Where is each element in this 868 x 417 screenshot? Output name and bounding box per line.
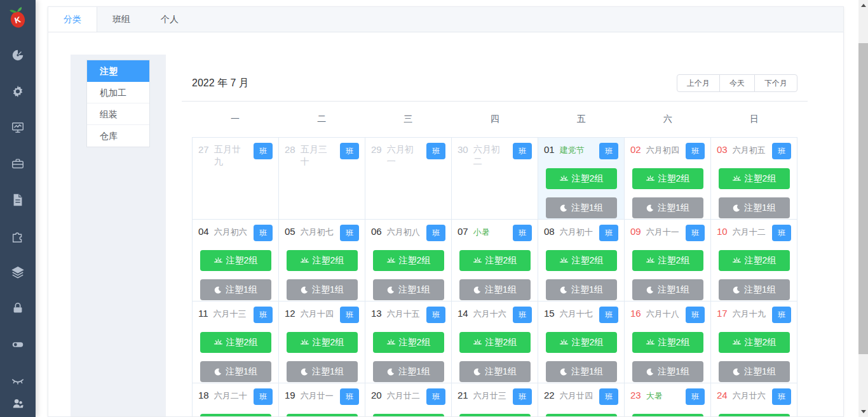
app-logo[interactable]: K <box>6 4 29 33</box>
view-tab[interactable]: 个人 <box>146 7 194 32</box>
night-shift-button[interactable]: 注塑1组 <box>459 279 531 300</box>
calendar-cell[interactable]: 01 建党节 班 <box>538 138 625 220</box>
day-shift-button[interactable]: 注塑2组 <box>287 414 358 417</box>
day-shift-button[interactable]: 注塑2组 <box>287 250 358 271</box>
day-shift-button[interactable]: 注塑2组 <box>719 414 790 417</box>
day-shift-button[interactable]: 注塑2组 <box>200 250 271 271</box>
calendar-cell[interactable]: 08 六月初十 班 <box>538 220 625 301</box>
day-shift-button[interactable]: 注塑2组 <box>719 332 790 353</box>
day-shift-button[interactable]: 注塑2组 <box>546 414 617 417</box>
calendar-cell[interactable]: 12 六月十四 班 <box>279 301 365 383</box>
day-shift-label: 注塑2组 <box>572 173 604 185</box>
layers-icon[interactable] <box>11 265 25 279</box>
night-shift-button[interactable]: 注塑1组 <box>287 361 358 382</box>
calendar-cell[interactable]: 03 六月初五 班 <box>711 138 797 220</box>
night-shift-button[interactable]: 注塑1组 <box>632 279 703 300</box>
calendar-cell[interactable]: 23 大暑 班 <box>625 383 711 417</box>
day-shift-button[interactable]: 注塑2组 <box>546 332 617 353</box>
lock-icon[interactable] <box>11 301 25 315</box>
monitor-chart-icon[interactable] <box>11 121 25 135</box>
day-shift-button[interactable]: 注塑2组 <box>373 332 444 353</box>
night-shift-button[interactable]: 注塑1组 <box>546 197 617 218</box>
calendar-cell[interactable]: 07 小暑 班 <box>452 220 538 301</box>
calendar-cell[interactable]: 21 六月廿三 班 <box>452 383 538 417</box>
day-shift-button[interactable]: 注塑2组 <box>459 250 531 271</box>
day-shift-button[interactable]: 注塑2组 <box>200 332 271 353</box>
puzzle-icon[interactable] <box>11 229 25 243</box>
view-tab[interactable]: 班组 <box>97 7 146 32</box>
calendar-cell[interactable]: 14 六月十六 班 <box>452 301 538 383</box>
moon-icon <box>386 286 395 295</box>
night-shift-button[interactable]: 注塑1组 <box>200 361 271 382</box>
calendar-cell[interactable]: 18 六月二十 班 <box>193 383 279 417</box>
users-icon[interactable] <box>11 397 25 411</box>
day-shift-button[interactable]: 注塑2组 <box>632 168 703 189</box>
calendar-cell[interactable]: 19 六月廿一 班 <box>279 383 365 417</box>
prev-month-button[interactable]: 上个月 <box>677 74 720 92</box>
day-shift-button[interactable]: 注塑2组 <box>719 250 790 271</box>
calendar-cell[interactable]: 04 六月初六 班 <box>193 220 279 301</box>
date-number: 18 <box>198 388 209 402</box>
night-shift-button[interactable]: 注塑1组 <box>287 279 358 300</box>
night-shift-button[interactable]: 注塑1组 <box>719 279 790 300</box>
calendar-cell[interactable]: 05 六月初七 班 <box>279 220 365 301</box>
scroll-down-button[interactable] <box>858 406 868 417</box>
toggle-icon[interactable] <box>11 338 25 352</box>
day-shift-button[interactable]: 注塑2组 <box>287 332 358 353</box>
day-shift-button[interactable]: 注塑2组 <box>200 414 271 417</box>
day-shift-button[interactable]: 注塑2组 <box>719 168 790 189</box>
calendar-cell[interactable]: 28 五月三十 班 <box>279 138 365 220</box>
day-shift-button[interactable]: 注塑2组 <box>373 414 444 417</box>
night-shift-button[interactable]: 注塑1组 <box>546 361 617 382</box>
next-month-button[interactable]: 下个月 <box>754 74 797 92</box>
day-shift-button[interactable]: 注塑2组 <box>373 250 444 271</box>
day-shift-button[interactable]: 注塑2组 <box>632 332 703 353</box>
category-item[interactable]: 机加工 <box>87 82 149 103</box>
calendar-cell[interactable]: 17 六月十九 班 <box>711 301 797 383</box>
eye-off-icon[interactable] <box>11 374 25 388</box>
day-shift-button[interactable]: 注塑2组 <box>632 250 703 271</box>
day-shift-button[interactable]: 注塑2组 <box>546 250 617 271</box>
night-shift-button[interactable]: 注塑1组 <box>719 361 790 382</box>
night-shift-button[interactable]: 注塑1组 <box>373 361 444 382</box>
night-shift-button[interactable]: 注塑1组 <box>546 279 617 300</box>
calendar-cell[interactable]: 10 六月十二 班 <box>711 220 797 301</box>
night-shift-button[interactable]: 注塑1组 <box>632 361 703 382</box>
calendar-cell[interactable]: 16 六月十八 班 <box>625 301 711 383</box>
calendar-cell[interactable]: 06 六月初八 班 <box>365 220 452 301</box>
settings-gear-icon[interactable] <box>11 84 25 98</box>
calendar-cell[interactable]: 09 六月十一 班 <box>625 220 711 301</box>
night-shift-button[interactable]: 注塑1组 <box>719 197 790 218</box>
calendar-cell[interactable]: 27 五月廿九 班 <box>193 138 279 220</box>
day-shift-button[interactable]: 注塑2组 <box>632 414 703 417</box>
vertical-scrollbar[interactable] <box>858 0 868 417</box>
dashboard-icon[interactable] <box>11 48 25 62</box>
calendar-cell[interactable]: 15 六月十七 班 <box>538 301 625 383</box>
day-shift-button[interactable]: 注塑2组 <box>459 332 531 353</box>
calendar-cell[interactable]: 11 六月十三 班 <box>193 301 279 383</box>
scrollbar-thumb[interactable] <box>858 43 868 354</box>
category-item[interactable]: 仓库 <box>87 125 149 147</box>
night-shift-button[interactable]: 注塑1组 <box>632 197 703 218</box>
category-item[interactable]: 组装 <box>87 103 149 125</box>
view-tab[interactable]: 分类 <box>48 7 97 32</box>
calendar-cell[interactable]: 22 六月廿四 班 <box>538 383 625 417</box>
calendar-cell[interactable]: 24 六月廿六 班 <box>711 383 797 417</box>
document-icon[interactable] <box>11 193 25 207</box>
calendar-cell[interactable]: 13 六月十五 班 <box>365 301 452 383</box>
calendar-cell[interactable]: 29 六月初一 班 <box>365 138 452 220</box>
calendar-cell[interactable]: 20 六月廿二 班 <box>365 383 452 417</box>
weekday-label: 五 <box>538 114 625 125</box>
night-shift-button[interactable]: 注塑1组 <box>373 279 444 300</box>
calendar-cell[interactable]: 02 六月初四 班 <box>625 138 711 220</box>
toolbox-icon[interactable] <box>11 157 25 171</box>
scroll-up-button[interactable] <box>858 0 868 11</box>
night-shift-button[interactable]: 注塑1组 <box>459 361 531 382</box>
today-button[interactable]: 今天 <box>719 74 755 92</box>
night-shift-button[interactable]: 注塑1组 <box>200 279 271 300</box>
day-shift-button[interactable]: 注塑2组 <box>546 168 617 189</box>
calendar-cell[interactable]: 30 六月初二 班 <box>452 138 538 220</box>
day-shift-button[interactable]: 注塑2组 <box>459 414 531 417</box>
category-item[interactable]: 注塑 <box>87 60 149 82</box>
cell-header: 27 五月廿九 班 <box>198 143 273 168</box>
